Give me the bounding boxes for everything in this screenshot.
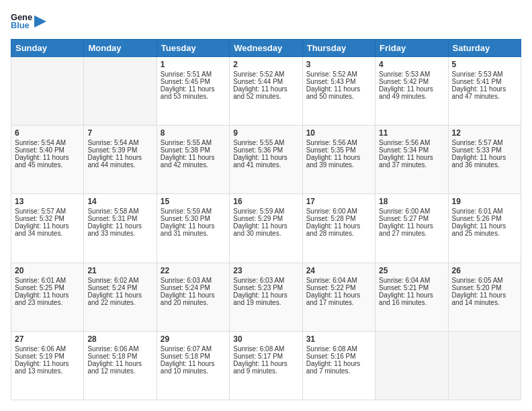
sunset: Sunset: 5:25 PM [15,284,64,291]
calendar-cell: 29Sunrise: 6:07 AMSunset: 5:18 PMDayligh… [157,331,229,400]
calendar-header-wednesday: Wednesday [230,40,302,57]
sunset: Sunset: 5:43 PM [306,78,356,85]
sunrise: Sunrise: 5:55 AM [161,139,212,146]
day-number: 17 [306,197,371,206]
calendar-cell: 27Sunrise: 6:06 AMSunset: 5:19 PMDayligh… [11,331,84,400]
daylight: Daylight: 11 hours and 14 minutes. [452,291,506,306]
calendar-cell: 10Sunrise: 5:56 AMSunset: 5:35 PMDayligh… [302,126,375,194]
sunrise: Sunrise: 5:54 AM [15,139,66,146]
calendar-cell [375,331,448,400]
svg-text:Blue: Blue [11,20,30,30]
calendar-header-friday: Friday [375,40,448,57]
sunrise: Sunrise: 6:00 AM [306,208,357,215]
calendar-cell: 18Sunrise: 6:00 AMSunset: 5:27 PMDayligh… [375,194,448,263]
calendar-cell: 9Sunrise: 5:55 AMSunset: 5:36 PMDaylight… [230,126,302,194]
sunrise: Sunrise: 5:51 AM [161,71,212,78]
sunset: Sunset: 5:35 PM [306,146,356,154]
calendar-cell: 15Sunrise: 5:59 AMSunset: 5:30 PMDayligh… [157,194,229,263]
sunset: Sunset: 5:38 PM [161,146,210,154]
day-number: 28 [87,334,152,344]
daylight: Daylight: 11 hours and 20 minutes. [161,291,215,306]
sunrise: Sunrise: 5:58 AM [87,208,138,215]
day-number: 22 [161,266,226,275]
day-number: 8 [161,128,226,138]
daylight: Daylight: 11 hours and 41 minutes. [233,154,287,169]
day-number: 13 [15,197,80,206]
calendar-week-row: 1Sunrise: 5:51 AMSunset: 5:45 PMDaylight… [11,57,521,126]
calendar-cell: 14Sunrise: 5:58 AMSunset: 5:31 PMDayligh… [84,194,157,263]
calendar-cell: 8Sunrise: 5:55 AMSunset: 5:38 PMDaylight… [157,126,229,194]
logo-arrow-icon [34,15,46,28]
daylight: Daylight: 11 hours and 22 minutes. [87,291,142,306]
calendar-header-saturday: Saturday [448,40,521,57]
daylight: Daylight: 11 hours and 13 minutes. [15,360,69,375]
calendar-cell: 21Sunrise: 6:02 AMSunset: 5:24 PMDayligh… [84,263,157,331]
sunset: Sunset: 5:27 PM [379,215,429,222]
day-number: 14 [87,197,152,206]
sunset: Sunset: 5:41 PM [452,78,502,85]
sunrise: Sunrise: 6:06 AM [15,345,66,353]
calendar-week-row: 13Sunrise: 5:57 AMSunset: 5:32 PMDayligh… [11,194,521,263]
calendar-cell: 24Sunrise: 6:04 AMSunset: 5:22 PMDayligh… [302,263,375,331]
day-number: 31 [306,334,371,344]
daylight: Daylight: 11 hours and 36 minutes. [452,154,506,169]
sunrise: Sunrise: 6:01 AM [15,277,66,284]
daylight: Daylight: 11 hours and 23 minutes. [15,291,69,306]
daylight: Daylight: 11 hours and 33 minutes. [87,222,142,237]
daylight: Daylight: 11 hours and 7 minutes. [306,360,361,375]
calendar-cell: 2Sunrise: 5:52 AMSunset: 5:44 PMDaylight… [230,57,302,126]
calendar-week-row: 20Sunrise: 6:01 AMSunset: 5:25 PMDayligh… [11,263,521,331]
calendar-cell [84,57,157,126]
sunrise: Sunrise: 6:03 AM [161,277,212,284]
day-number: 27 [15,334,80,344]
daylight: Daylight: 11 hours and 45 minutes. [15,154,69,169]
daylight: Daylight: 11 hours and 47 minutes. [452,85,506,100]
calendar-cell: 19Sunrise: 6:01 AMSunset: 5:26 PMDayligh… [448,194,521,263]
day-number: 12 [452,128,517,138]
sunrise: Sunrise: 5:54 AM [87,139,138,146]
sunrise: Sunrise: 6:01 AM [452,208,503,215]
calendar-header-tuesday: Tuesday [157,40,229,57]
svg-marker-3 [34,15,46,28]
day-number: 23 [233,266,298,275]
day-number: 16 [233,197,298,206]
daylight: Daylight: 11 hours and 16 minutes. [379,291,433,306]
day-number: 20 [15,266,80,275]
day-number: 10 [306,128,371,138]
sunset: Sunset: 5:18 PM [87,353,137,360]
day-number: 29 [161,334,226,344]
sunrise: Sunrise: 6:06 AM [87,345,138,353]
sunrise: Sunrise: 6:08 AM [306,345,357,353]
day-number: 15 [161,197,226,206]
daylight: Daylight: 11 hours and 37 minutes. [379,154,433,169]
daylight: Daylight: 11 hours and 30 minutes. [233,222,287,237]
calendar-cell: 25Sunrise: 6:04 AMSunset: 5:21 PMDayligh… [375,263,448,331]
sunset: Sunset: 5:24 PM [161,284,210,291]
daylight: Daylight: 11 hours and 52 minutes. [233,85,287,100]
sunset: Sunset: 5:28 PM [306,215,356,222]
calendar-cell: 6Sunrise: 5:54 AMSunset: 5:40 PMDaylight… [11,126,84,194]
sunset: Sunset: 5:34 PM [379,146,429,154]
sunrise: Sunrise: 5:53 AM [452,71,503,78]
day-number: 30 [233,334,298,344]
sunrise: Sunrise: 5:56 AM [379,139,430,146]
daylight: Daylight: 11 hours and 27 minutes. [379,222,433,237]
day-number: 18 [379,197,444,206]
calendar-cell: 28Sunrise: 6:06 AMSunset: 5:18 PMDayligh… [84,331,157,400]
daylight: Daylight: 11 hours and 39 minutes. [306,154,361,169]
calendar-cell [11,57,84,126]
sunrise: Sunrise: 5:57 AM [15,208,66,215]
calendar-table: SundayMondayTuesdayWednesdayThursdayFrid… [11,39,521,400]
calendar-cell: 16Sunrise: 5:59 AMSunset: 5:29 PMDayligh… [230,194,302,263]
sunset: Sunset: 5:23 PM [233,284,283,291]
calendar-header-monday: Monday [84,40,157,57]
day-number: 11 [379,128,444,138]
sunset: Sunset: 5:32 PM [15,215,64,222]
day-number: 19 [452,197,517,206]
calendar-header-thursday: Thursday [302,40,375,57]
calendar-cell: 3Sunrise: 5:52 AMSunset: 5:43 PMDaylight… [302,57,375,126]
day-number: 3 [306,60,371,69]
day-number: 5 [452,60,517,69]
calendar-cell: 4Sunrise: 5:53 AMSunset: 5:42 PMDaylight… [375,57,448,126]
calendar-week-row: 27Sunrise: 6:06 AMSunset: 5:19 PMDayligh… [11,331,521,400]
